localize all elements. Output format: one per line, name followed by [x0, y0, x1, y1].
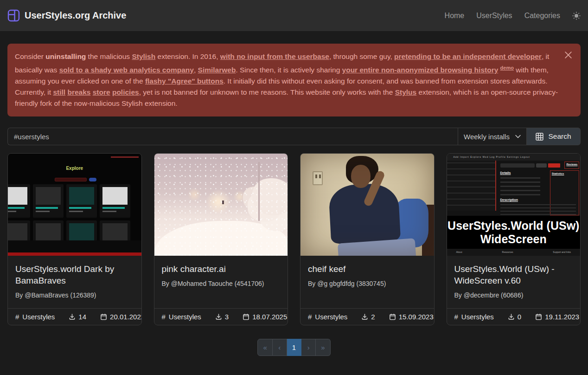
image-art-shape — [33, 184, 64, 218]
category-link[interactable]: # Userstyles — [15, 313, 55, 321]
category-link[interactable]: # Userstyles — [454, 313, 494, 321]
alert-demo-link[interactable]: demo — [500, 65, 514, 71]
alert-sup: demo — [500, 65, 514, 71]
image-art-shape — [102, 223, 128, 241]
download-icon — [69, 313, 76, 320]
close-icon — [564, 51, 572, 59]
card-date: 15.09.2023 — [399, 313, 434, 321]
image-art-shape — [500, 204, 576, 215]
pagination: «‹1›» — [7, 339, 581, 356]
nav-link-home[interactable]: Home — [445, 12, 465, 20]
first-page-button[interactable]: « — [257, 339, 272, 356]
date-group: 15.09.2023 — [389, 313, 434, 321]
navbar: UserStyles.org Archive Home UserStyles C… — [0, 0, 588, 31]
style-card: Explore UserStyles.world Dark by BamaBra… — [7, 153, 142, 325]
stylish-warning-banner: Consider uninstalling the malicious Styl… — [7, 44, 581, 116]
hash-icon: # — [162, 313, 166, 321]
card-author: By @Mohamed Taouche (4541706) — [162, 280, 281, 287]
alert-link[interactable]: with no input from the userbase — [220, 52, 329, 60]
alert-link[interactable]: pretending to be an independent develope… — [394, 52, 542, 60]
card-image[interactable]: Add Import Explore Mod Log Profile Setti… — [447, 154, 581, 256]
image-art-shape — [102, 207, 125, 209]
previous-page-button[interactable]: ‹ — [273, 339, 287, 356]
card-title[interactable]: pink character.ai — [162, 263, 281, 275]
style-card: pink character.ai By @Mohamed Taouche (4… — [154, 153, 288, 325]
hash-icon: # — [454, 313, 458, 321]
alert-text: Consider uninstalling the malicious Styl… — [15, 52, 558, 107]
card-image[interactable]: Explore — [8, 154, 141, 256]
app-logo-icon — [7, 9, 20, 22]
app-title: UserStyles.org Archive — [25, 10, 126, 21]
image-art-shape: About — [456, 251, 462, 253]
nav-links: Home UserStyles Categories — [445, 12, 581, 20]
image-art-shape — [69, 207, 91, 209]
downloads-count: 0 — [518, 313, 521, 321]
alert-link[interactable]: breaks — [67, 88, 90, 96]
hash-icon: # — [15, 313, 19, 321]
alert-link[interactable]: Similarweb — [198, 66, 236, 74]
search-button[interactable]: Search — [527, 128, 581, 145]
category-link[interactable]: # Userstyles — [162, 313, 201, 321]
card-title[interactable]: cheif keef — [308, 263, 427, 275]
category-label: Userstyles — [315, 313, 347, 321]
sort-select[interactable]: Weekly installs — [458, 128, 527, 145]
theme-toggle-button[interactable] — [572, 12, 581, 20]
image-art-shape: Description — [500, 198, 518, 201]
alert-plain-text: , — [194, 66, 198, 74]
card-image[interactable] — [154, 154, 288, 256]
chevron-down-icon — [515, 135, 521, 138]
alert-link[interactable]: Stylus — [395, 88, 417, 96]
downloads-group: 2 — [361, 313, 375, 321]
image-art-shape — [69, 187, 94, 205]
image-art-shape — [8, 240, 141, 252]
card-body: pink character.ai By @Mohamed Taouche (4… — [154, 256, 288, 308]
downloads-group: 3 — [215, 313, 229, 321]
downloads-count: 14 — [78, 313, 86, 321]
card-date: 18.07.2025 — [252, 313, 287, 321]
downloads-group: 14 — [69, 313, 86, 321]
next-page-button[interactable]: › — [301, 339, 316, 356]
card-title[interactable]: UserStyles.World (USw) - WideScreen v.60 — [454, 263, 573, 286]
image-art-shape: UserStyles.World (USw) — [447, 220, 579, 232]
calendar-icon — [389, 313, 396, 320]
image-art-shape — [36, 223, 61, 241]
downloads-count: 3 — [225, 313, 229, 321]
calendar-icon — [100, 313, 107, 320]
alert-link[interactable]: sold to a shady web analytics company — [59, 66, 194, 74]
card-author: By @BamaBraves (126389) — [15, 291, 134, 299]
date-group: 19.11.2023 — [535, 313, 579, 321]
category-link[interactable]: # Userstyles — [308, 313, 347, 321]
brand[interactable]: UserStyles.org Archive — [7, 9, 126, 22]
sort-selected-value: Weekly installs — [464, 133, 510, 141]
alert-close-button[interactable] — [562, 49, 574, 61]
alert-link[interactable]: still — [53, 88, 65, 96]
sun-icon — [572, 12, 581, 20]
card-footer: # Userstyles 0 — [447, 308, 581, 325]
alert-link[interactable]: store — [93, 88, 110, 96]
image-art-shape — [447, 161, 496, 211]
nav-link-userstyles[interactable]: UserStyles — [476, 12, 512, 20]
last-page-button[interactable]: » — [316, 339, 330, 356]
image-art-shape: Details — [500, 171, 511, 175]
image-art-shape: WideScreen — [480, 233, 547, 246]
card-title[interactable]: UserStyles.world Dark by BamaBraves — [15, 263, 134, 286]
download-icon — [508, 313, 515, 320]
card-footer: # Userstyles 3 — [154, 308, 288, 325]
alert-link[interactable]: Stylish — [132, 52, 155, 60]
alert-link[interactable]: your entire non-anonymized browsing hist… — [342, 66, 499, 74]
image-art-shape — [8, 211, 16, 212]
alert-plain-text: , yet is not banned for unknown to me re… — [139, 88, 395, 96]
image-art-shape — [500, 177, 540, 195]
card-image[interactable] — [300, 154, 434, 256]
image-art-shape: Reviews — [564, 162, 579, 169]
alert-link[interactable]: policies — [112, 88, 139, 96]
page-1-button[interactable]: 1 — [287, 339, 301, 356]
image-art-shape — [100, 184, 130, 218]
search-input[interactable] — [7, 128, 458, 145]
alert-link[interactable]: flashy "Agree" buttons — [145, 77, 224, 85]
nav-link-categories[interactable]: Categories — [524, 12, 560, 20]
image-art-shape: Add Import Explore Mod Log Profile Setti… — [447, 154, 581, 161]
image-art-shape — [69, 211, 83, 212]
hash-icon: # — [308, 313, 312, 321]
image-art-shape: Explore — [8, 166, 141, 171]
